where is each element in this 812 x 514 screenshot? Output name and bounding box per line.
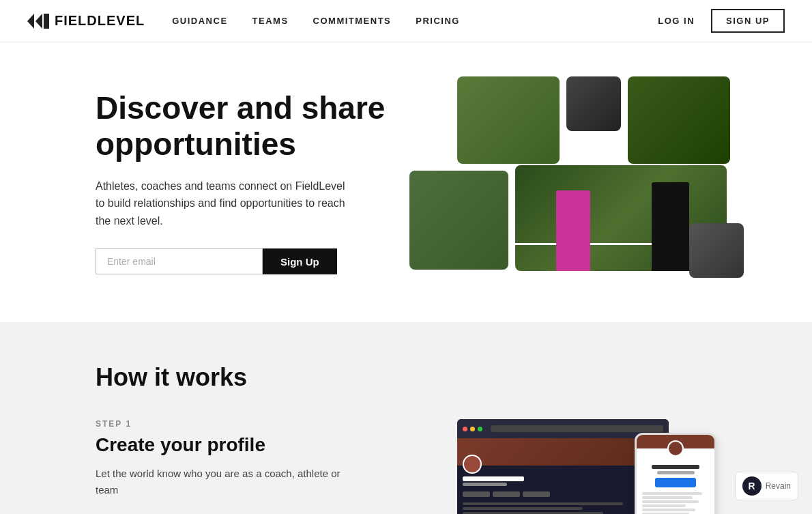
phone-line — [642, 496, 693, 499]
step-number: STEP 1 — [96, 419, 341, 429]
hero-image-collage — [409, 76, 744, 288]
fieldlevel-logo-icon — [27, 14, 49, 29]
step-title: Create your profile — [96, 434, 341, 456]
nav-pricing[interactable]: PRICING — [416, 16, 460, 26]
svg-marker-0 — [27, 14, 34, 29]
mockup-tab — [493, 491, 520, 497]
hero-img-card-4 — [409, 171, 508, 270]
hero-img-card-6 — [689, 223, 744, 278]
phone-content — [637, 462, 714, 514]
hero-title: Discover and share opportunities — [96, 90, 396, 162]
phone-avatar-wrapper — [637, 440, 714, 457]
phone-line — [642, 492, 702, 495]
signup-button-header[interactable]: SIGN UP — [711, 9, 785, 33]
mockup-sub-bar — [463, 483, 507, 486]
step-description: Let the world know who you are as a coac… — [96, 466, 341, 498]
phone-content-lines — [639, 492, 712, 514]
hero-signup-form: Sign Up — [96, 248, 396, 274]
logo[interactable]: FIELDLEVEL — [27, 13, 145, 29]
phone-profile-mockup — [635, 433, 716, 514]
mockup-max-dot — [478, 427, 482, 431]
hero-img-card-1 — [457, 76, 560, 164]
mockup-close-dot — [463, 427, 467, 431]
revain-label: Revain — [766, 481, 791, 491]
hero-text-block: Discover and share opportunities Athlete… — [96, 90, 396, 275]
mockup-url-bar — [491, 425, 663, 432]
phone-line — [642, 509, 695, 511]
how-text-block: STEP 1 Create your profile Let the world… — [96, 419, 341, 498]
hero-section: Discover and share opportunities Athlete… — [0, 42, 812, 322]
how-image-mockup — [457, 419, 716, 514]
hero-img-card-2 — [566, 76, 621, 131]
svg-rect-2 — [44, 14, 49, 29]
revain-badge: R Revain — [735, 472, 798, 500]
nav-guidance[interactable]: GUIDANCE — [172, 16, 227, 26]
how-content: STEP 1 Create your profile Let the world… — [96, 419, 716, 514]
mockup-profile-avatar — [463, 455, 482, 474]
phone-sub-bar — [657, 471, 695, 474]
mockup-name-bar — [463, 476, 524, 481]
header-actions: LOG IN SIGN UP — [658, 9, 785, 33]
phone-name-bar — [652, 465, 699, 469]
signup-button-hero[interactable]: Sign Up — [263, 248, 337, 274]
mockup-tab — [523, 491, 550, 497]
phone-avatar — [667, 440, 684, 457]
nav-teams[interactable]: TEAMS — [252, 16, 289, 26]
phone-action-btn — [655, 478, 696, 487]
mockup-line — [463, 507, 583, 510]
figure-coach — [652, 182, 689, 271]
how-title: How it works — [96, 363, 716, 392]
mockup-line — [463, 502, 623, 505]
nav-commitments[interactable]: COMMITMENTS — [313, 16, 392, 26]
email-input[interactable] — [96, 248, 263, 274]
hero-img-card-3 — [628, 76, 730, 164]
mockup-tab — [463, 491, 490, 497]
phone-line — [642, 500, 699, 503]
revain-icon: R — [742, 476, 762, 496]
main-nav: GUIDANCE TEAMS COMMITMENTS PRICING — [172, 16, 460, 26]
hero-description: Athletes, coaches and teams connect on F… — [96, 177, 355, 230]
header: FIELDLEVEL GUIDANCE TEAMS COMMITMENTS PR… — [0, 0, 812, 42]
login-link[interactable]: LOG IN — [658, 16, 695, 26]
svg-marker-1 — [35, 14, 42, 29]
mockup-min-dot — [470, 427, 475, 431]
how-it-works-section: How it works STEP 1 Create your profile … — [0, 322, 812, 514]
figure-player — [556, 190, 590, 271]
phone-line — [642, 504, 686, 507]
logo-text: FIELDLEVEL — [55, 13, 145, 29]
